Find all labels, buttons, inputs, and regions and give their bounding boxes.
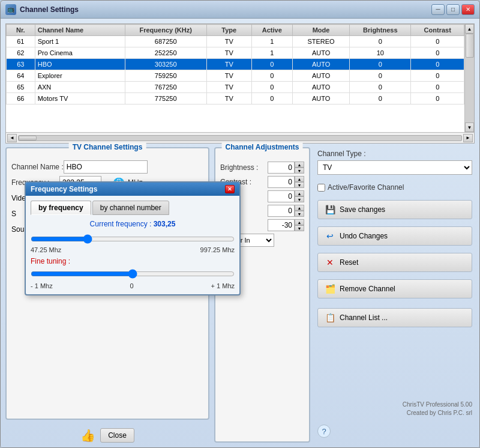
table-row[interactable]: 66Motors TV775250TV0AUTO00: [7, 93, 464, 104]
adj-up-3[interactable]: ▲: [295, 190, 304, 196]
scroll-up-arrow[interactable]: ▲: [465, 24, 474, 34]
brightness-row: Brightness : ▲ ▼: [220, 162, 304, 174]
table-row[interactable]: 65AXN767250TV0AUTO00: [7, 82, 464, 93]
footer-line2: Created by Chris P.C. srl: [317, 409, 472, 417]
remove-label: Remove Channel: [340, 285, 395, 293]
title-bar-left: 📺 Channel Settings: [5, 4, 79, 15]
adj-input-4[interactable]: [268, 205, 295, 217]
active-favorite-label: Active/Favorite Channel: [328, 183, 404, 192]
window-icon: 📺: [5, 4, 16, 15]
brightness-input[interactable]: [268, 162, 295, 174]
channel-table-container: Nr. Channel Name Frequency (KHz) Type Ac…: [5, 23, 475, 144]
reset-icon: ✕: [324, 256, 336, 268]
col-header-nr: Nr.: [7, 25, 35, 36]
main-window: 📺 Channel Settings ─ □ ✕ Nr. Channel Nam…: [0, 0, 480, 448]
hscroll-track[interactable]: [18, 135, 462, 141]
scroll-track[interactable]: [465, 34, 474, 123]
brightness-up[interactable]: ▲: [295, 162, 304, 168]
fine-mid-label: 0: [130, 282, 134, 289]
hscroll-thumb[interactable]: [19, 136, 37, 141]
help-button[interactable]: ?: [317, 425, 331, 438]
fine-tuning-label: Fine tuning :: [31, 257, 235, 265]
contrast-down[interactable]: ▼: [295, 182, 304, 188]
table-row[interactable]: 61Sport 1687250TV1STEREO00: [7, 36, 464, 47]
table-row[interactable]: 64Explorer759250TV0AUTO00: [7, 70, 464, 82]
col-header-freq: Frequency (KHz): [125, 25, 206, 36]
channel-type-section: Channel Type : TV Radio Data: [317, 150, 472, 175]
channel-type-label: Channel Type :: [317, 150, 472, 158]
freq-tab-row: by frequency by channel number: [31, 201, 235, 215]
freq-dialog-content: by frequency by channel number Current f…: [26, 196, 239, 294]
channel-name-input[interactable]: [64, 160, 148, 174]
channel-table: Nr. Channel Name Frequency (KHz) Type Ac…: [6, 24, 464, 104]
active-favorite-checkbox[interactable]: [317, 184, 325, 192]
col-header-contrast: Contrast: [411, 25, 464, 36]
scroll-down-arrow[interactable]: ▼: [465, 123, 474, 132]
tab-by-frequency[interactable]: by frequency: [31, 201, 91, 215]
close-row: 👍 Close: [5, 428, 209, 443]
close-thumb-icon: 👍: [80, 428, 95, 443]
tv-channel-settings-title: TV Channel Settings: [69, 143, 146, 151]
col-header-name: Channel Name: [35, 25, 125, 36]
tab-by-channel-number[interactable]: by channel number: [92, 201, 169, 215]
current-freq-value: 303,25: [154, 220, 176, 228]
hscroll-right-arrow[interactable]: ►: [463, 134, 473, 142]
vertical-scrollbar[interactable]: ▲ ▼: [464, 24, 474, 132]
table-row[interactable]: 63HBO303250TV0AUTO00: [7, 59, 464, 70]
remove-channel-button[interactable]: 🗂️ Remove Channel: [317, 279, 472, 298]
adj-down-3[interactable]: ▼: [295, 196, 304, 202]
col-header-type: Type: [206, 25, 251, 36]
adj-up-5[interactable]: ▲: [295, 219, 304, 225]
window-title: Channel Settings: [20, 5, 79, 14]
right-panel: Channel Type : TV Radio Data Active/Favo…: [315, 147, 475, 443]
minimize-button[interactable]: ─: [431, 4, 445, 15]
main-content: Nr. Channel Name Frequency (KHz) Type Ac…: [1, 19, 479, 447]
contrast-up[interactable]: ▲: [295, 176, 304, 182]
col-header-brightness: Brightness: [350, 25, 411, 36]
table-row[interactable]: 62Pro Cinema252250TV1AUTO100: [7, 47, 464, 59]
current-freq-display: Current frequency : 303,25: [31, 220, 235, 228]
bottom-area: TV Channel Settings Channel Name : Frequ…: [5, 147, 475, 443]
save-label: Save changes: [340, 205, 385, 214]
adj-input-3[interactable]: [268, 190, 295, 202]
brightness-down[interactable]: ▼: [295, 168, 304, 174]
maximize-button[interactable]: □: [446, 4, 460, 15]
fine-max-label: + 1 Mhz: [211, 282, 235, 289]
scroll-thumb[interactable]: [466, 34, 474, 58]
tv-channel-settings: TV Channel Settings Channel Name : Frequ…: [5, 147, 209, 420]
horizontal-scrollbar[interactable]: ◄ ►: [6, 132, 474, 143]
channel-adjustments-title: Channel Adjustments: [222, 143, 303, 151]
adj-up-4[interactable]: ▲: [295, 205, 304, 211]
freq-dialog-close[interactable]: ✕: [225, 185, 235, 193]
close-dialog-button[interactable]: Close: [100, 428, 134, 443]
footer-text: ChrisTV Professional 5.00 Created by Chr…: [317, 401, 472, 417]
left-panel: TV Channel Settings Channel Name : Frequ…: [5, 147, 209, 443]
adj-down-4[interactable]: ▼: [295, 211, 304, 217]
frequency-slider[interactable]: [31, 234, 235, 244]
reset-button[interactable]: ✕ Reset: [317, 253, 472, 272]
freq-range-labels: 47.25 Mhz 997.25 Mhz: [31, 246, 235, 253]
brightness-label: Brightness :: [220, 163, 258, 172]
freq-min-label: 47.25 Mhz: [31, 246, 61, 253]
save-changes-button[interactable]: 💾 Save changes: [317, 200, 472, 219]
hscroll-left-arrow[interactable]: ◄: [7, 134, 17, 142]
adj-down-5[interactable]: ▼: [295, 225, 304, 231]
undo-changes-button[interactable]: ↩ Undo Changes: [317, 226, 472, 246]
channel-name-label: Channel Name :: [11, 163, 64, 171]
contrast-input[interactable]: [268, 176, 295, 188]
adj-input-5[interactable]: [268, 219, 295, 231]
fine-tune-labels: - 1 Mhz 0 + 1 Mhz: [31, 282, 235, 289]
channel-list-button[interactable]: 📋 Channel List ...: [317, 308, 472, 327]
footer-line1: ChrisTV Professional 5.00: [317, 401, 472, 409]
close-button[interactable]: ✕: [461, 4, 475, 15]
freq-dialog-title: Frequency Settings: [31, 185, 97, 193]
freq-max-label: 997.25 Mhz: [200, 246, 235, 253]
active-favorite-row: Active/Favorite Channel: [317, 183, 472, 192]
title-bar: 📺 Channel Settings ─ □ ✕: [1, 1, 479, 19]
reset-label: Reset: [340, 258, 358, 267]
channel-list-label: Channel List ...: [340, 313, 388, 322]
undo-icon: ↩: [324, 230, 336, 242]
remove-icon: 🗂️: [324, 283, 336, 295]
channel-type-select[interactable]: TV Radio Data: [317, 160, 472, 175]
fine-tuning-slider[interactable]: [31, 269, 235, 279]
